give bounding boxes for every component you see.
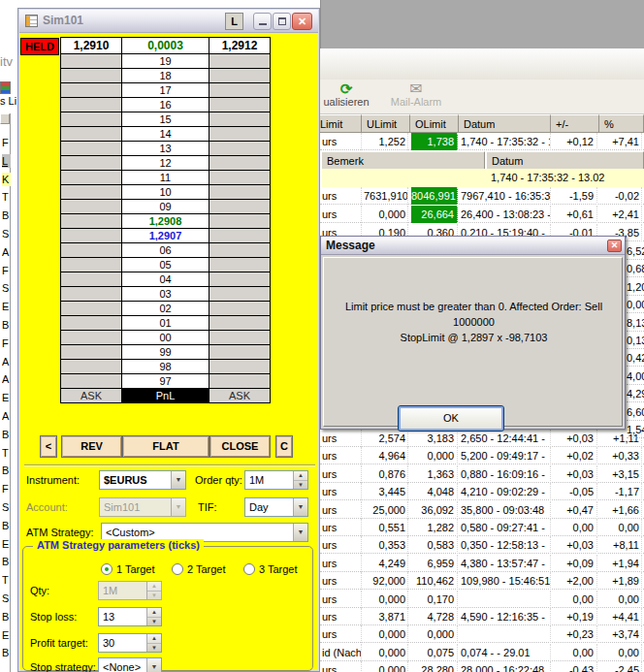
ask-column-label[interactable]: ASK — [209, 389, 271, 403]
ladder-ask-cell[interactable] — [209, 200, 271, 214]
ladder-ask-cell[interactable] — [209, 331, 271, 345]
radio-3-target-label[interactable]: 3 Target — [259, 563, 298, 575]
row-letter-fragment: B — [2, 610, 11, 624]
table-row[interactable]: urs2,5743,1832,650 - 12:44:41 - +0,03+1,… — [320, 430, 644, 447]
ladder-bid-cell[interactable] — [61, 345, 122, 360]
ladder-ask-cell[interactable] — [209, 185, 271, 200]
table-row[interactable]: urs0,0000,000+0,23+3,74 — [320, 625, 644, 643]
table-row[interactable]: urs0,5511,2820,580 - 09:27:41 - 0,000,00 — [320, 519, 644, 536]
ladder-ask-cell[interactable] — [209, 272, 271, 287]
ladder-bid-cell[interactable] — [61, 69, 122, 83]
reverse-button[interactable]: REV — [61, 435, 122, 458]
dialog-titlebar[interactable]: Message ✕ — [321, 237, 625, 255]
ladder-bid-cell[interactable] — [61, 374, 122, 389]
tif-select[interactable]: Day ▼ — [244, 497, 308, 517]
ladder-bid-cell[interactable] — [61, 200, 122, 214]
close-button[interactable]: ✕ — [292, 13, 312, 30]
minimize-button[interactable] — [253, 13, 272, 30]
spinner-arrows-icon[interactable]: ▲▼ — [146, 634, 161, 652]
ladder-bid-cell[interactable] — [61, 229, 122, 243]
ladder-ask-cell[interactable] — [209, 229, 271, 243]
profit-target-stepper[interactable]: 30 ▲▼ — [98, 633, 162, 653]
radio-1-target-label[interactable]: 1 Target — [116, 563, 155, 575]
table-row[interactable]: urs0,3530,5830,350 - 12:58:13 - +0,03+8,… — [320, 536, 644, 554]
ladder-bid-cell[interactable] — [61, 243, 122, 258]
row-letter-fragment: F — [2, 264, 11, 277]
ladder-bid-cell[interactable] — [61, 185, 122, 200]
table-row[interactable]: urs4,9640,0005,200 - 09:49:17 - +0,02+0,… — [320, 447, 644, 464]
ladder-ask-cell[interactable] — [209, 345, 271, 360]
chevron-down-icon[interactable]: ▼ — [293, 498, 307, 516]
ladder-bid-cell[interactable] — [61, 127, 122, 142]
ladder-ask-cell[interactable] — [209, 214, 271, 229]
table-row[interactable]: urs3,8714,7284,590 - 12:16:35 - +0,19+4,… — [320, 608, 644, 625]
ask-column-label[interactable]: ASK — [61, 389, 122, 403]
chevron-down-icon[interactable]: ▼ — [293, 524, 307, 541]
ladder-ask-cell[interactable] — [209, 258, 271, 272]
ladder-bid-cell[interactable] — [61, 316, 122, 331]
table-row[interactable]: urs0,00026,66426,400 - 13:08:23 -+0,61+2… — [320, 206, 644, 223]
ladder-ask-cell[interactable] — [209, 83, 271, 98]
ladder-bid-cell[interactable] — [61, 112, 122, 127]
radio-1-target[interactable] — [101, 563, 113, 575]
ladder-ask-cell[interactable] — [209, 316, 271, 331]
ladder-bid-cell[interactable] — [61, 272, 122, 287]
chevron-down-icon[interactable]: ▼ — [146, 658, 161, 672]
ladder-ask-cell[interactable] — [209, 127, 271, 142]
ladder-ask-cell[interactable] — [209, 374, 271, 389]
table-row[interactable]: id (Nach0,0000,0750,074 - - 29.010,000,0… — [320, 644, 644, 661]
ladder-ask-cell[interactable] — [209, 156, 271, 171]
ladder-ask-cell[interactable] — [209, 287, 271, 302]
ladder-ask-cell[interactable] — [209, 142, 271, 156]
ladder-bid-cell[interactable] — [61, 83, 122, 98]
ladder-bid-cell[interactable] — [61, 156, 122, 171]
table-row[interactable]: urs4,2496,9594,380 - 13:57:47 - +0,09+1,… — [320, 555, 644, 572]
ladder-bid-cell[interactable] — [61, 142, 122, 156]
ladder-ask-cell[interactable] — [209, 69, 271, 83]
instrument-select[interactable]: $EURUS ▼ — [99, 470, 186, 490]
close-position-button[interactable]: CLOSE — [209, 435, 271, 458]
ladder-bid-cell[interactable] — [61, 331, 122, 345]
radio-2-target-label[interactable]: 2 Target — [187, 563, 226, 575]
ladder-bid-cell[interactable] — [61, 214, 122, 229]
dialog-close-button[interactable]: ✕ — [607, 240, 622, 252]
table-row[interactable]: urs3,4454,0484,210 - 09:02:29 - -0,05-1,… — [320, 483, 644, 500]
ladder-bid-cell[interactable] — [61, 360, 122, 374]
table-row[interactable]: urs92,000110,462109,980 - 15:46:51+2,00+… — [320, 572, 644, 590]
ladder-bid-cell[interactable] — [61, 171, 122, 185]
stop-strategy-select[interactable]: <None> ▼ — [98, 657, 162, 672]
chevron-down-icon[interactable]: ▼ — [171, 471, 185, 489]
ladder-ask-cell[interactable] — [209, 243, 271, 258]
radio-2-target[interactable] — [172, 563, 183, 575]
maximize-button[interactable] — [273, 13, 291, 30]
ladder-ask-cell[interactable] — [209, 98, 271, 112]
table-row[interactable]: urs0,8761,3630,880 - 16:09:16 - +0,03+3,… — [320, 465, 644, 483]
ladder-ask-cell[interactable] — [209, 302, 271, 316]
flatten-button[interactable]: FLAT — [122, 435, 209, 458]
ladder-bid-cell[interactable] — [61, 258, 122, 272]
back-button[interactable]: < — [40, 435, 57, 458]
table-row[interactable]: urs25,00036,09235,800 - 09:03:48 +0,47+1… — [320, 501, 644, 519]
order-qty-stepper[interactable]: 1M ▲▼ — [244, 470, 308, 490]
link-button[interactable]: L — [225, 13, 243, 30]
ladder-ask-cell[interactable] — [209, 54, 271, 69]
c-button[interactable]: C — [275, 435, 293, 458]
ok-button[interactable]: OK — [398, 405, 504, 432]
sim101-titlebar[interactable]: Sim101 L ✕ — [19, 10, 318, 33]
ladder-ask-cell[interactable] — [209, 112, 271, 127]
ladder-bid-cell[interactable] — [61, 287, 122, 302]
ladder-bid-cell[interactable] — [61, 54, 122, 69]
table-row[interactable]: urs7631,9108046,9917967,410 - 16:35:3-1,… — [320, 187, 644, 205]
table-row[interactable]: urs0,0000,1700,000,00 — [320, 591, 644, 608]
spinner-arrows-icon[interactable]: ▲▼ — [146, 608, 161, 625]
pnl-column-label[interactable]: PnL — [122, 389, 209, 403]
ladder-bid-cell[interactable] — [61, 302, 122, 316]
ladder-ask-cell[interactable] — [209, 360, 271, 374]
ladder-bid-cell[interactable] — [61, 98, 122, 112]
stop-loss-stepper[interactable]: 13 ▲▼ — [98, 607, 162, 626]
radio-3-target[interactable] — [243, 563, 255, 575]
table-row[interactable]: urs0,00028,28028,000 - 16:22:48 -0,43-2,… — [320, 661, 644, 672]
ladder-ask-cell[interactable] — [209, 171, 271, 185]
table-row[interactable]: urs1,2521,7381,740 - 17:35:32 - 1+0,12+7… — [320, 133, 644, 150]
spinner-arrows-icon[interactable]: ▲▼ — [293, 471, 307, 489]
